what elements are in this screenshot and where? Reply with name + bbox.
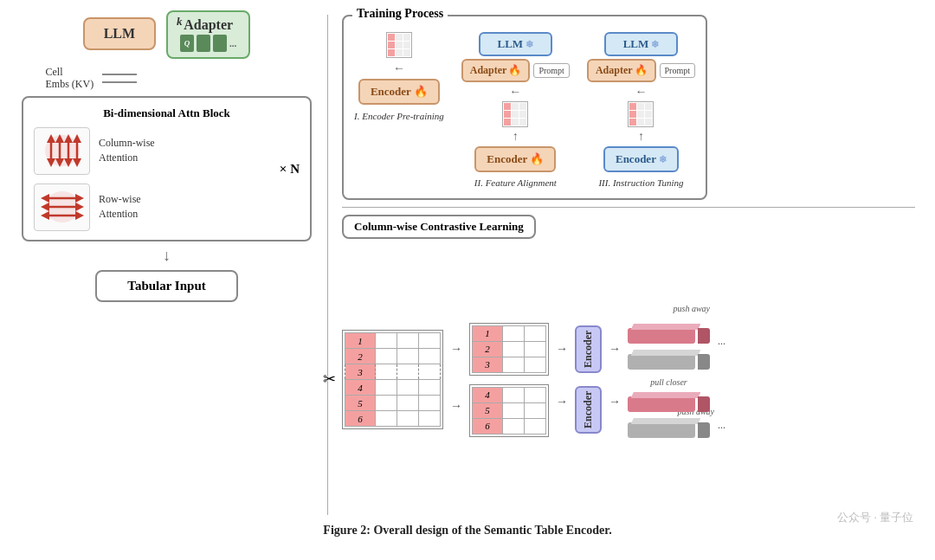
encoder-bottom: Encoder xyxy=(575,386,602,434)
adapter-box-left: k Adapter Q ... xyxy=(166,10,250,59)
times-n: × N xyxy=(280,161,300,176)
push-away-top: push away xyxy=(674,304,711,313)
cwcl-section: Column-wise Contrastive Learning 1 xyxy=(342,215,915,515)
bidim-block: Bi-dimensional Attn Block xyxy=(22,96,312,241)
pull-closer-label: pull closer xyxy=(628,377,710,387)
step2-col: LLM ❄ Adapter 🔥 Prompt ← xyxy=(461,23,570,188)
bidim-title: Bi-dimensional Attn Block xyxy=(34,106,300,120)
horizontal-divider xyxy=(342,207,915,208)
row-attn-label: Row-wiseAttention xyxy=(99,192,141,222)
prompt-box-s3: Prompt xyxy=(660,63,695,78)
fire-icon-step1: 🔥 xyxy=(414,85,428,99)
step3-col: LLM ❄ Adapter 🔥 Prompt ← xyxy=(587,23,695,188)
tabular-input: Tabular Input xyxy=(95,270,237,302)
fire-icon-s2-adapter: 🔥 xyxy=(508,64,521,77)
col-attn-label: Column-wiseAttention xyxy=(99,136,155,165)
snowflake-icon-s3-encoder: ❄ xyxy=(659,154,667,165)
training-process-label: Training Process xyxy=(352,7,448,21)
left-panel: LLM k Adapter Q ... xyxy=(13,10,320,519)
snowflake-icon-s3-llm: ❄ xyxy=(651,39,659,50)
step1-col: ← Encoder 🔥 I. Encoder Pre-training xyxy=(354,23,444,188)
cell-embs-label: Cell xyxy=(46,66,94,78)
training-process-section: Training Process ← Encoder xyxy=(342,15,707,200)
prompt-box-s2: Prompt xyxy=(533,63,569,78)
figure-caption: Figure 2: Overall design of the Semantic… xyxy=(0,519,935,542)
right-panel: Training Process ← Encoder xyxy=(335,10,922,519)
scissors-icon: ✂ xyxy=(323,370,336,389)
vertical-divider xyxy=(327,15,328,515)
fire-icon-s3-adapter: 🔥 xyxy=(635,64,648,77)
step1-title: I. Encoder Pre-training xyxy=(354,111,444,121)
snowflake-icon-s2-llm: ❄ xyxy=(526,39,533,50)
llm-box-left: LLM xyxy=(83,17,156,50)
step2-title: II. Feature Alignment xyxy=(474,177,557,188)
k-label: k xyxy=(177,15,183,29)
cwcl-label: Column-wise Contrastive Learning xyxy=(342,215,536,239)
encoder-top: Encoder xyxy=(575,325,602,373)
watermark: 公众号 · 量子位 xyxy=(837,510,913,525)
step3-title: III. Instruction Tuning xyxy=(598,177,683,188)
fire-icon-s2-encoder: 🔥 xyxy=(530,152,544,166)
cell-embs-sub: Embs (KV) xyxy=(46,78,94,90)
